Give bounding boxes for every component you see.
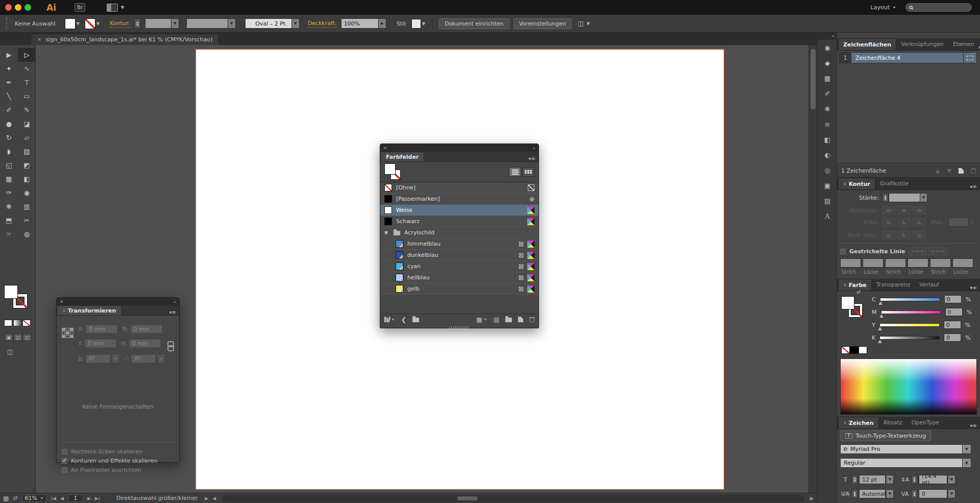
dashed-line-checkbox[interactable] xyxy=(840,249,846,254)
tab-grafikstile[interactable]: Grafikstile xyxy=(875,178,913,189)
delete-swatch-button[interactable] xyxy=(529,317,534,322)
bevel-join-button[interactable] xyxy=(913,218,926,226)
swatch-row-ohne[interactable]: [Ohne] xyxy=(380,182,538,194)
paintbrush-tool[interactable]: ✐ xyxy=(0,103,18,117)
variable-width-profile-field[interactable] xyxy=(186,18,228,29)
zoom-tool[interactable]: ◍ xyxy=(18,227,36,241)
symbol-sprayer-tool[interactable]: ❋ xyxy=(0,200,18,213)
mesh-tool[interactable]: ▦ xyxy=(0,172,18,186)
gradient-panel-icon[interactable]: ◧ xyxy=(817,132,838,147)
gap-field-1[interactable] xyxy=(863,258,884,268)
swatch-libraries-button[interactable]: ▾ xyxy=(384,317,395,322)
layers-panel-icon[interactable]: ▤ xyxy=(817,193,838,208)
dash-field-3[interactable] xyxy=(930,258,951,268)
opacity-dropdown[interactable]: ▶ xyxy=(379,18,386,29)
kerning-field[interactable]: Automati xyxy=(859,489,886,498)
dash-field-1[interactable] xyxy=(840,258,861,268)
projecting-cap-button[interactable] xyxy=(913,206,926,214)
zoom-level-field[interactable]: 61% ▾ xyxy=(22,494,47,502)
tab-opentype[interactable]: OpenType xyxy=(907,417,944,428)
previous-artboard-button[interactable]: ◀ xyxy=(60,496,64,501)
scale-tool[interactable]: ▱ xyxy=(18,131,36,145)
document-setup-button[interactable]: Dokument einrichten xyxy=(439,18,509,29)
checkbox-unchecked-icon[interactable] xyxy=(62,449,67,454)
dash-field-2[interactable] xyxy=(885,258,906,268)
panel-menu-icon[interactable]: ▾≡ xyxy=(970,285,980,291)
kerning-stepper[interactable]: ▲▼ xyxy=(851,489,858,498)
maximize-window-button[interactable] xyxy=(24,4,31,11)
blend-tool[interactable]: ◉ xyxy=(18,186,36,200)
panel-menu-icon[interactable]: ▾≡ xyxy=(529,156,538,161)
align-center-button[interactable] xyxy=(882,231,895,239)
color-spectrum[interactable] xyxy=(840,358,977,415)
tab-verknuepfungen[interactable]: Verknüpfungen xyxy=(896,38,948,50)
show-swatch-kinds-button[interactable]: ▦▾ xyxy=(476,316,487,323)
fill-color-swatch[interactable] xyxy=(65,18,76,29)
white-color-button[interactable] xyxy=(859,346,867,354)
slider-thumb[interactable] xyxy=(878,340,882,343)
round-join-button[interactable] xyxy=(897,218,911,226)
constrain-proportions-icon[interactable] xyxy=(167,341,173,351)
color-fill-stroke-indicator[interactable]: ⇄ xyxy=(841,296,865,320)
graphic-styles-panel-icon[interactable]: ▣ xyxy=(817,178,838,193)
rotate-dropdown[interactable]: ▼ xyxy=(112,354,119,363)
slice-tool[interactable]: ✂ xyxy=(18,213,36,227)
slider-thumb[interactable] xyxy=(878,327,882,330)
swatch-options-button[interactable]: ▤ xyxy=(494,316,499,323)
draw-normal-button[interactable]: ▣ xyxy=(4,333,13,341)
horizontal-scrollbar-thumb[interactable] xyxy=(457,496,478,500)
new-swatch-button[interactable] xyxy=(518,317,523,322)
fill-swatch-proxy[interactable] xyxy=(384,163,396,175)
screen-mode-button[interactable]: ◫ xyxy=(7,348,13,355)
workspace-switcher[interactable]: ▼ xyxy=(107,4,125,12)
hand-tool[interactable]: ☞ xyxy=(0,227,18,241)
pencil-tool[interactable]: ✎ xyxy=(18,103,36,117)
fill-stroke-indicator[interactable] xyxy=(4,285,32,312)
slider-thumb[interactable] xyxy=(878,301,883,305)
tracking-stepper[interactable]: ▲▼ xyxy=(911,489,918,498)
x-field[interactable]: 0 mm xyxy=(86,325,117,333)
black-slider[interactable] xyxy=(879,336,940,340)
kerning-dropdown[interactable]: ▼ xyxy=(887,489,894,498)
leading-stepper[interactable]: ▲▼ xyxy=(911,475,918,484)
new-color-group-button[interactable] xyxy=(505,318,512,322)
close-panel-icon[interactable]: ✕ xyxy=(383,146,387,151)
scale-strokes-effects-option[interactable]: Konturen und Effekte skalieren xyxy=(62,458,157,464)
swatch-row-passermarken[interactable]: [Passermarken] ⊕ xyxy=(380,194,538,205)
weight-stepper[interactable]: ▲▼ xyxy=(882,193,889,202)
shear-dropdown[interactable]: ▼ xyxy=(158,354,165,363)
tab-transformieren[interactable]: ↕ Transformieren xyxy=(57,305,121,315)
export-icon[interactable]: ⇄ xyxy=(13,495,17,501)
font-family-dropdown[interactable]: ▼ xyxy=(963,444,971,454)
control-bar-grip[interactable] xyxy=(6,17,9,30)
color-mode-button[interactable] xyxy=(4,320,12,326)
butt-cap-button[interactable] xyxy=(882,206,895,214)
variable-width-profile-dropdown[interactable]: ▼ xyxy=(228,18,236,29)
scroll-right-button[interactable]: ▶ xyxy=(810,496,814,501)
delete-artboard-button[interactable] xyxy=(971,169,976,174)
shear-field[interactable]: 0° xyxy=(131,354,156,363)
panel-menu-icon[interactable]: ▾≡ xyxy=(970,423,980,428)
pen-tool[interactable]: ✒ xyxy=(0,76,18,89)
artboard-options-icon[interactable] xyxy=(964,52,977,63)
tracking-field[interactable]: 0 xyxy=(919,489,947,498)
free-transform-tool[interactable]: ▧ xyxy=(18,145,36,158)
close-document-icon[interactable]: ✕ xyxy=(37,37,41,42)
artboard-tool[interactable]: ⬒ xyxy=(0,213,18,227)
magenta-slider[interactable] xyxy=(881,310,941,314)
tab-farbfelder[interactable]: Farbfelder xyxy=(380,152,424,161)
none-color-button[interactable] xyxy=(841,346,850,354)
font-size-stepper[interactable]: ▲▼ xyxy=(851,475,858,484)
panel-menu-icon[interactable]: ▾≡ xyxy=(169,309,179,315)
draw-inside-button[interactable]: ◰ xyxy=(22,333,32,341)
line-tool[interactable]: ╲ xyxy=(0,89,18,103)
disclosure-triangle-icon[interactable]: ▼ xyxy=(384,230,389,235)
preserve-dash-button[interactable] xyxy=(909,247,927,255)
status-menu-icon[interactable]: ▶ xyxy=(205,496,208,501)
swatch-themes-button[interactable]: ❮ xyxy=(401,316,406,323)
fill-proxy[interactable] xyxy=(841,296,854,309)
swatch-row-schwarz[interactable]: Schwarz xyxy=(380,216,538,227)
first-artboard-button[interactable]: |◀ xyxy=(51,496,56,501)
fill-dropdown-arrow[interactable]: ▼ xyxy=(76,21,81,27)
yellow-slider[interactable] xyxy=(879,323,940,327)
